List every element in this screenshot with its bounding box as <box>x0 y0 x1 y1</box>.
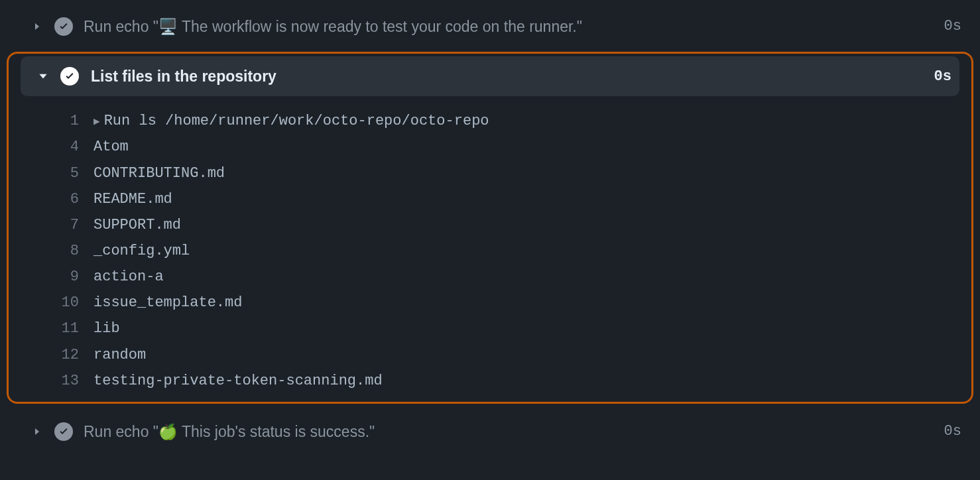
log-line[interactable]: 8_config.yml <box>9 238 971 264</box>
check-icon <box>54 422 73 441</box>
log-text: Atom <box>93 134 129 160</box>
log-text: action-a <box>93 264 164 290</box>
step-duration: 0s <box>944 17 961 37</box>
line-number: 7 <box>9 212 93 238</box>
chevron-down-icon <box>35 70 51 82</box>
log-line[interactable]: 7SUPPORT.md <box>9 212 971 238</box>
check-icon <box>60 67 79 86</box>
caret-right-icon: ▶ <box>93 117 100 127</box>
log-text: README.md <box>93 186 172 212</box>
line-number: 10 <box>9 290 93 316</box>
step-title: List files in the repository <box>91 68 934 86</box>
line-number: 12 <box>9 342 93 368</box>
log-command-line[interactable]: 1 ▶Run ls /home/runner/work/octo-repo/oc… <box>9 108 971 134</box>
log-text: testing-private-token-scanning.md <box>93 368 383 394</box>
log-command: Run ls /home/runner/work/octo-repo/octo-… <box>104 108 489 134</box>
log-text: lib <box>93 316 120 341</box>
chevron-right-icon <box>29 426 45 437</box>
log-line[interactable]: 12random <box>9 342 971 368</box>
line-number: 9 <box>9 264 93 290</box>
log-text: issue_template.md <box>93 290 242 316</box>
step-row-prev[interactable]: Run echo "🖥️ The workflow is now ready t… <box>0 8 980 45</box>
line-number: 4 <box>9 134 93 160</box>
step-title: Run echo "🍏 This job's status is success… <box>84 421 936 442</box>
log-line[interactable]: 13testing-private-token-scanning.md <box>9 368 971 394</box>
highlighted-step: List files in the repository 0s 1 ▶Run l… <box>7 52 973 404</box>
log-line[interactable]: 9action-a <box>9 264 971 290</box>
log-output: 1 ▶Run ls /home/runner/work/octo-repo/oc… <box>9 96 971 394</box>
check-icon <box>54 17 73 36</box>
log-line[interactable]: 4Atom <box>9 134 971 160</box>
line-number: 1 <box>9 108 93 134</box>
step-title: Run echo "🖥️ The workflow is now ready t… <box>84 16 936 37</box>
line-number: 8 <box>9 238 93 264</box>
line-number: 6 <box>9 186 93 212</box>
log-line[interactable]: 5CONTRIBUTING.md <box>9 160 971 186</box>
step-duration: 0s <box>944 422 961 442</box>
log-line[interactable]: 6README.md <box>9 186 971 212</box>
line-number: 11 <box>9 316 93 341</box>
step-row-main[interactable]: List files in the repository 0s <box>21 56 959 96</box>
log-text: SUPPORT.md <box>93 212 181 238</box>
step-duration: 0s <box>934 68 951 85</box>
log-line[interactable]: 11lib <box>9 316 971 341</box>
line-number: 5 <box>9 160 93 186</box>
log-text: _config.yml <box>93 238 190 264</box>
chevron-right-icon <box>29 21 45 32</box>
step-row-next[interactable]: Run echo "🍏 This job's status is success… <box>0 413 980 450</box>
log-text: CONTRIBUTING.md <box>93 160 225 186</box>
log-line[interactable]: 10issue_template.md <box>9 290 971 316</box>
log-text: random <box>93 342 146 368</box>
line-number: 13 <box>9 368 93 394</box>
